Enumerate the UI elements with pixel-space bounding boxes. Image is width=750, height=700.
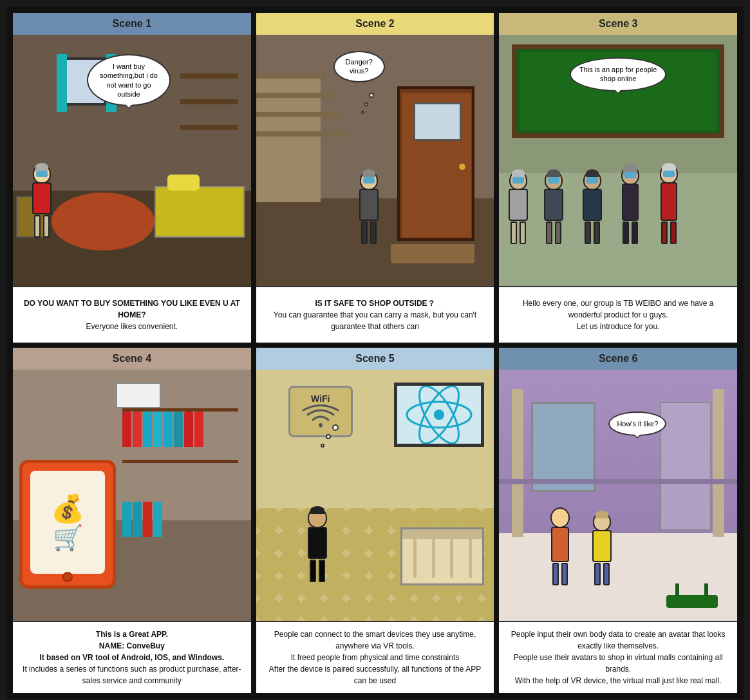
scene-3-image: This is an app for people shop online [499, 35, 737, 286]
scene-6-header: Scene 6 [499, 348, 737, 370]
leg-r [603, 563, 610, 585]
mask [512, 177, 524, 184]
leg-r [632, 222, 638, 244]
board-speech: This is an app for people shop online [570, 57, 666, 91]
curtain-left [57, 54, 67, 112]
wifi-label: WiFi [311, 393, 330, 404]
row-2: Scene 4 [12, 346, 738, 694]
character-6a [550, 507, 570, 585]
shelf-bot [180, 125, 238, 130]
bench-leg-r [675, 583, 679, 596]
leg-l [594, 563, 601, 585]
body [622, 184, 639, 221]
leg-l [546, 222, 552, 244]
mask [624, 172, 636, 178]
cloth-9 [122, 502, 131, 537]
body [592, 530, 612, 562]
body [359, 189, 379, 221]
legs [546, 222, 561, 244]
shelf-mid [180, 99, 238, 104]
wifi-box: WiFi [288, 386, 353, 437]
thought-dot-3 [361, 111, 364, 114]
scene-5-header: Scene 5 [256, 348, 494, 370]
scene-5: Scene 5 WiFi [255, 346, 496, 694]
leg-r [670, 222, 677, 244]
hair [310, 506, 324, 514]
scene-6-caption: People input their own body data to crea… [499, 621, 737, 693]
group-person-5 [660, 164, 678, 244]
legs [310, 560, 325, 582]
cloth-12 [153, 502, 162, 537]
group-person-3 [583, 171, 602, 244]
leg-r [520, 222, 526, 244]
lower-bg [499, 173, 737, 287]
scene-6: Scene 6 [498, 346, 738, 694]
storyboard: Scene 1 [6, 6, 744, 699]
mask [548, 177, 559, 184]
scene-2-header: Scene 2 [256, 13, 494, 35]
caption-text-3: Hello every one, our group is TB WEIBO a… [507, 298, 729, 332]
speech-bubble-1: I want buy something,but i do not want t… [87, 54, 171, 106]
head [550, 507, 570, 528]
row-1: Scene 1 [12, 12, 738, 344]
rack-bar [122, 408, 238, 411]
scene-1-header: Scene 1 [13, 13, 251, 35]
bar [450, 539, 453, 578]
leg-r [319, 560, 325, 582]
character-5 [308, 507, 327, 582]
leg-l [310, 560, 316, 582]
scene-2-image: Danger? virus? [256, 35, 494, 286]
group-person-1 [509, 171, 528, 244]
mask [363, 177, 375, 184]
bar [469, 539, 472, 578]
caption-text-6: People input their own body data to crea… [507, 629, 729, 686]
bench [666, 595, 718, 608]
body [308, 527, 327, 559]
cloth-4 [153, 411, 162, 447]
thought-dot-a [321, 444, 324, 448]
hair [595, 511, 608, 518]
body [509, 189, 528, 221]
hair [547, 169, 560, 177]
scene-3-header: Scene 3 [499, 13, 737, 35]
cloth-11 [143, 502, 152, 537]
scene-1-caption: DO YOU WANT TO BUY SOMETHING YOU LIKE EV… [13, 286, 251, 343]
bar [413, 539, 417, 578]
character-6b [592, 512, 612, 585]
cloth-5 [164, 411, 173, 447]
character-1 [32, 164, 52, 238]
leg-r [43, 215, 50, 238]
scene-4-caption: This is a Great APP. NAME: ConveBuy It b… [13, 621, 251, 693]
character-2 [359, 171, 379, 244]
body [32, 182, 52, 214]
tablet: 💰 🛒 [19, 460, 116, 589]
leg-l [623, 222, 629, 244]
group-person-2 [544, 171, 563, 244]
cloth-7 [184, 411, 193, 447]
cloth-8 [194, 411, 203, 447]
store-window-l [531, 402, 595, 492]
legs [661, 222, 677, 244]
cloth-1 [122, 411, 131, 447]
money-bag-icon: 💰 [51, 495, 84, 522]
scene-4-header: Scene 4 [13, 348, 251, 370]
bed-frame [155, 186, 245, 238]
clothes-row-2 [122, 502, 238, 537]
scene-1-image: I want buy something,but i do not want t… [13, 35, 251, 286]
shelf-top [180, 73, 238, 79]
pillar-left [512, 389, 523, 537]
mask [586, 177, 598, 184]
thought-dot-c [332, 424, 339, 431]
scene-1: Scene 1 [12, 12, 252, 344]
scene-3-caption: Hello every one, our group is TB WEIBO a… [499, 286, 737, 343]
crib-top [402, 529, 482, 539]
thought-dot-1 [369, 93, 374, 98]
legs [552, 563, 568, 585]
legs [623, 222, 638, 244]
scene-2: Scene 2 [255, 12, 496, 344]
body [544, 189, 563, 221]
leg-l [552, 563, 559, 585]
leg-r [555, 222, 561, 244]
body [661, 182, 677, 221]
hair [512, 169, 525, 177]
